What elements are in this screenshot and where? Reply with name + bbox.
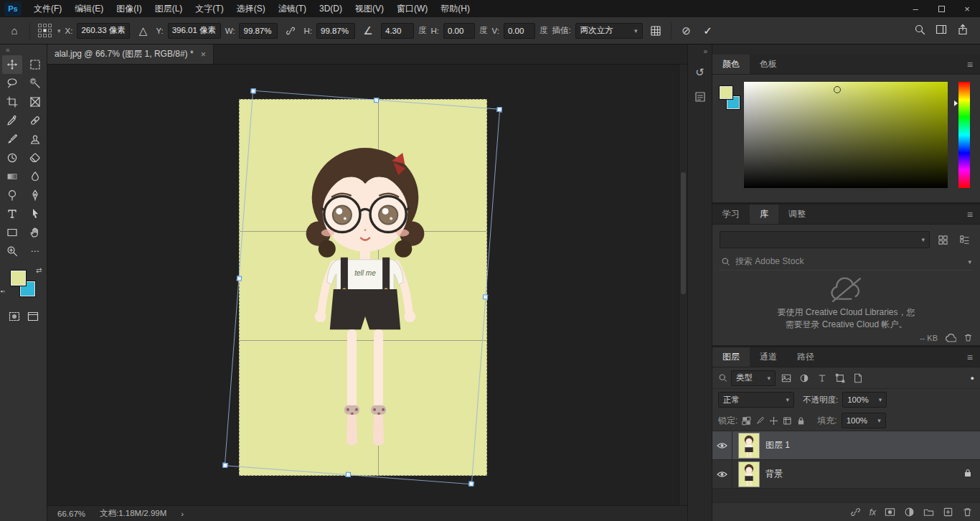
transform-handle-top-center[interactable]	[374, 98, 380, 103]
vertical-scrollbar-thumb[interactable]	[681, 172, 686, 294]
screen-mode-button[interactable]	[27, 311, 39, 324]
tab-libraries[interactable]: 库	[750, 205, 778, 224]
tool-lasso[interactable]	[2, 74, 22, 93]
color-field-marker[interactable]	[834, 86, 841, 93]
close-button[interactable]: ×	[954, 0, 980, 17]
history-panel-icon-button[interactable]: ↺	[691, 63, 710, 82]
warp-mode-toggle-icon[interactable]	[647, 22, 664, 40]
add-layer-mask-icon[interactable]	[885, 507, 895, 517]
layer-style-icon[interactable]: fx	[870, 507, 876, 517]
tool-rectangle[interactable]	[2, 223, 22, 242]
panels-expand-button[interactable]: »	[703, 47, 712, 57]
new-layer-icon[interactable]	[943, 507, 953, 517]
filter-shape-layers-icon[interactable]	[833, 371, 847, 385]
minimize-button[interactable]: –	[903, 0, 928, 17]
document-tab-close-icon[interactable]: ×	[201, 49, 207, 60]
layer-filter-type-select[interactable]: 类型 ▾	[731, 370, 776, 386]
filter-adjustment-layers-icon[interactable]	[797, 371, 811, 385]
lock-position-icon[interactable]	[769, 416, 778, 426]
tab-channels[interactable]: 通道	[750, 347, 787, 367]
share-icon[interactable]	[957, 24, 969, 37]
transform-handle-middle-right[interactable]	[483, 294, 489, 300]
tool-hand[interactable]	[25, 223, 45, 242]
tool-blur[interactable]	[25, 167, 45, 186]
opacity-select[interactable]: 100% ▾	[842, 392, 887, 408]
tool-marquee[interactable]	[25, 55, 45, 74]
link-dimensions-icon[interactable]	[282, 22, 299, 40]
transform-handle-bottom-right[interactable]	[468, 481, 474, 487]
menu-filter[interactable]: 滤镜(T)	[272, 0, 313, 17]
delete-layer-icon[interactable]	[962, 507, 973, 517]
tab-adjustments[interactable]: 调整	[778, 205, 816, 224]
layer-row-background[interactable]: 背景	[712, 460, 980, 489]
document-tab[interactable]: alal.jpg @ 66.7% (图层 1, RGB/8#) * ×	[47, 44, 214, 64]
hskew-input[interactable]	[443, 23, 475, 39]
tool-zoom[interactable]	[2, 242, 22, 260]
tool-gradient[interactable]	[2, 167, 22, 186]
menu-edit[interactable]: 编辑(E)	[68, 0, 110, 17]
tool-dodge[interactable]	[2, 186, 22, 205]
menu-help[interactable]: 帮助(H)	[434, 0, 476, 17]
libraries-panel-menu-icon[interactable]: ≡	[960, 205, 980, 224]
layers-panel-menu-icon[interactable]: ≡	[960, 347, 980, 367]
tool-eraser[interactable]	[25, 149, 45, 167]
tool-edit-toolbar[interactable]: ⋯	[25, 242, 45, 260]
layer1-name[interactable]: 图层 1	[765, 439, 790, 451]
foreground-color-swatch[interactable]	[11, 271, 26, 286]
menu-window[interactable]: 窗口(W)	[390, 0, 434, 17]
libraries-select[interactable]: ▾	[720, 231, 930, 248]
hue-slider[interactable]	[958, 82, 970, 188]
saturation-brightness-field[interactable]	[744, 82, 948, 188]
toolbar-collapse-button[interactable]: «	[0, 44, 47, 55]
relative-position-toggle-icon[interactable]: △	[134, 22, 151, 40]
tool-clone-stamp[interactable]	[25, 130, 45, 149]
tool-history-brush[interactable]	[2, 149, 22, 167]
restore-button[interactable]	[928, 0, 954, 17]
transform-handle-top-right[interactable]	[496, 107, 502, 113]
properties-panel-icon-button[interactable]	[691, 88, 710, 106]
menu-type[interactable]: 文字(T)	[189, 0, 230, 17]
libraries-search-field[interactable]: 搜索 Adobe Stock ▾	[720, 253, 973, 271]
zoom-level[interactable]: 66.67%	[57, 510, 85, 518]
cancel-transform-button[interactable]: ⊘	[678, 22, 695, 40]
new-group-icon[interactable]	[923, 507, 934, 517]
menu-image[interactable]: 图像(I)	[110, 0, 148, 17]
home-icon[interactable]: ⌂	[6, 22, 23, 40]
status-chevron-icon[interactable]: ›	[181, 510, 184, 518]
interpolation-select[interactable]: 两次立方 ▾	[575, 23, 643, 39]
rotation-input[interactable]	[381, 23, 414, 39]
color-panel-foreground-swatch[interactable]	[720, 86, 732, 99]
vskew-input[interactable]	[504, 23, 535, 39]
tool-eyedropper[interactable]	[2, 111, 22, 130]
new-adjustment-layer-icon[interactable]	[904, 507, 915, 517]
tab-paths[interactable]: 路径	[787, 347, 824, 367]
link-layers-icon[interactable]	[850, 507, 861, 517]
layer1-thumbnail[interactable]	[739, 433, 759, 458]
layer1-visibility-toggle[interactable]	[712, 431, 732, 459]
background-thumbnail[interactable]	[739, 462, 759, 487]
background-visibility-toggle[interactable]	[712, 460, 732, 488]
tab-color[interactable]: 颜色	[712, 55, 750, 74]
reference-point-widget[interactable]	[38, 24, 52, 37]
menu-select[interactable]: 选择(S)	[230, 0, 272, 17]
tool-frame[interactable]	[25, 93, 45, 111]
tool-type[interactable]	[2, 205, 22, 223]
y-input[interactable]	[168, 23, 221, 39]
tab-layers[interactable]: 图层	[712, 347, 750, 367]
width-input[interactable]	[239, 23, 278, 39]
layer-row-layer1[interactable]: 图层 1	[712, 431, 980, 460]
background-name[interactable]: 背景	[765, 468, 783, 480]
tool-pen[interactable]	[25, 186, 45, 205]
tab-learn[interactable]: 学习	[712, 205, 750, 224]
workspace-switcher-icon[interactable]	[936, 24, 947, 37]
menu-view[interactable]: 视图(V)	[349, 0, 390, 17]
x-input[interactable]	[77, 23, 130, 39]
tool-healing-brush[interactable]	[25, 111, 45, 130]
hue-slider-marker[interactable]	[954, 100, 958, 106]
cloud-sync-icon[interactable]	[945, 334, 956, 342]
canvas[interactable]: tell me	[47, 65, 687, 505]
color-panel-menu-icon[interactable]: ≡	[960, 55, 980, 74]
lock-all-icon[interactable]	[796, 416, 806, 426]
tool-magic-wand[interactable]	[25, 74, 45, 93]
height-input[interactable]	[316, 23, 355, 39]
